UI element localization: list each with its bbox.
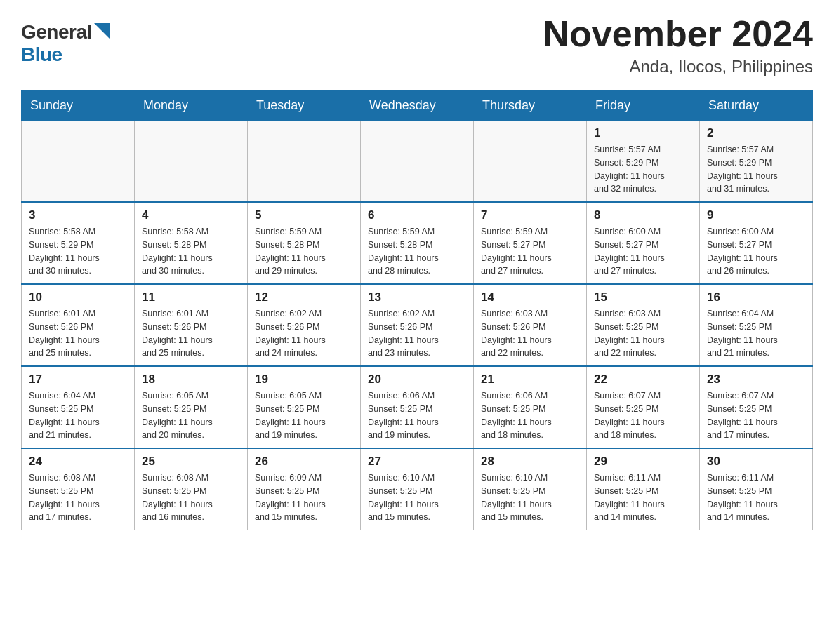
day-info: Sunrise: 6:10 AM Sunset: 5:25 PM Dayligh… — [481, 471, 579, 524]
day-number: 27 — [368, 455, 466, 469]
day-info: Sunrise: 5:59 AM Sunset: 5:28 PM Dayligh… — [255, 225, 353, 278]
calendar-cell: 21Sunrise: 6:06 AM Sunset: 5:25 PM Dayli… — [474, 366, 587, 448]
day-number: 16 — [707, 290, 805, 304]
day-info: Sunrise: 6:10 AM Sunset: 5:25 PM Dayligh… — [368, 471, 466, 524]
day-info: Sunrise: 5:58 AM Sunset: 5:28 PM Dayligh… — [142, 225, 240, 278]
calendar-cell: 23Sunrise: 6:07 AM Sunset: 5:25 PM Dayli… — [700, 366, 813, 448]
weekday-header-saturday: Saturday — [700, 91, 813, 121]
day-info: Sunrise: 6:11 AM Sunset: 5:25 PM Dayligh… — [594, 471, 692, 524]
day-number: 21 — [481, 373, 579, 387]
weekday-header-wednesday: Wednesday — [361, 91, 474, 121]
calendar-cell: 17Sunrise: 6:04 AM Sunset: 5:25 PM Dayli… — [22, 366, 135, 448]
svg-marker-0 — [94, 23, 110, 39]
calendar-cell — [474, 121, 587, 203]
day-number: 6 — [368, 208, 466, 222]
day-info: Sunrise: 5:57 AM Sunset: 5:29 PM Dayligh… — [707, 143, 805, 196]
day-number: 22 — [594, 373, 692, 387]
calendar-week-row: 24Sunrise: 6:08 AM Sunset: 5:25 PM Dayli… — [22, 448, 813, 530]
day-info: Sunrise: 6:06 AM Sunset: 5:25 PM Dayligh… — [481, 389, 579, 442]
calendar-cell — [135, 121, 248, 203]
calendar-cell: 4Sunrise: 5:58 AM Sunset: 5:28 PM Daylig… — [135, 202, 248, 284]
calendar-cell: 20Sunrise: 6:06 AM Sunset: 5:25 PM Dayli… — [361, 366, 474, 448]
calendar-cell: 7Sunrise: 5:59 AM Sunset: 5:27 PM Daylig… — [474, 202, 587, 284]
calendar-cell: 29Sunrise: 6:11 AM Sunset: 5:25 PM Dayli… — [587, 448, 700, 530]
day-info: Sunrise: 6:07 AM Sunset: 5:25 PM Dayligh… — [594, 389, 692, 442]
day-number: 7 — [481, 208, 579, 222]
calendar-title: November 2024 — [543, 14, 813, 54]
calendar-cell: 18Sunrise: 6:05 AM Sunset: 5:25 PM Dayli… — [135, 366, 248, 448]
calendar-cell: 19Sunrise: 6:05 AM Sunset: 5:25 PM Dayli… — [248, 366, 361, 448]
day-info: Sunrise: 5:57 AM Sunset: 5:29 PM Dayligh… — [594, 143, 692, 196]
day-number: 15 — [594, 290, 692, 304]
day-info: Sunrise: 6:01 AM Sunset: 5:26 PM Dayligh… — [29, 307, 127, 360]
day-info: Sunrise: 6:04 AM Sunset: 5:25 PM Dayligh… — [707, 307, 805, 360]
day-number: 14 — [481, 290, 579, 304]
calendar-cell: 12Sunrise: 6:02 AM Sunset: 5:26 PM Dayli… — [248, 284, 361, 366]
calendar-cell: 26Sunrise: 6:09 AM Sunset: 5:25 PM Dayli… — [248, 448, 361, 530]
day-number: 17 — [29, 373, 127, 387]
day-number: 5 — [255, 208, 353, 222]
day-info: Sunrise: 6:00 AM Sunset: 5:27 PM Dayligh… — [707, 225, 805, 278]
calendar-cell — [248, 121, 361, 203]
logo-arrow-icon — [94, 23, 110, 39]
day-number: 28 — [481, 455, 579, 469]
day-info: Sunrise: 6:08 AM Sunset: 5:25 PM Dayligh… — [29, 471, 127, 524]
calendar-cell: 13Sunrise: 6:02 AM Sunset: 5:26 PM Dayli… — [361, 284, 474, 366]
weekday-header-tuesday: Tuesday — [248, 91, 361, 121]
day-number: 13 — [368, 290, 466, 304]
weekday-header-monday: Monday — [135, 91, 248, 121]
calendar-week-row: 10Sunrise: 6:01 AM Sunset: 5:26 PM Dayli… — [22, 284, 813, 366]
weekday-header-friday: Friday — [587, 91, 700, 121]
calendar-cell: 22Sunrise: 6:07 AM Sunset: 5:25 PM Dayli… — [587, 366, 700, 448]
day-info: Sunrise: 5:59 AM Sunset: 5:28 PM Dayligh… — [368, 225, 466, 278]
calendar-subtitle: Anda, Ilocos, Philippines — [543, 57, 813, 76]
day-number: 10 — [29, 290, 127, 304]
logo-general-text: General — [21, 21, 92, 43]
day-number: 26 — [255, 455, 353, 469]
day-info: Sunrise: 6:03 AM Sunset: 5:25 PM Dayligh… — [594, 307, 692, 360]
calendar-week-row: 1Sunrise: 5:57 AM Sunset: 5:29 PM Daylig… — [22, 121, 813, 203]
calendar-cell: 15Sunrise: 6:03 AM Sunset: 5:25 PM Dayli… — [587, 284, 700, 366]
day-number: 8 — [594, 208, 692, 222]
logo-blue-text: Blue — [21, 43, 62, 66]
calendar-cell: 11Sunrise: 6:01 AM Sunset: 5:26 PM Dayli… — [135, 284, 248, 366]
day-number: 19 — [255, 373, 353, 387]
weekday-header-sunday: Sunday — [22, 91, 135, 121]
calendar-cell — [361, 121, 474, 203]
day-info: Sunrise: 6:00 AM Sunset: 5:27 PM Dayligh… — [594, 225, 692, 278]
day-number: 25 — [142, 455, 240, 469]
calendar-cell: 14Sunrise: 6:03 AM Sunset: 5:26 PM Dayli… — [474, 284, 587, 366]
calendar-cell: 2Sunrise: 5:57 AM Sunset: 5:29 PM Daylig… — [700, 121, 813, 203]
day-info: Sunrise: 6:01 AM Sunset: 5:26 PM Dayligh… — [142, 307, 240, 360]
day-info: Sunrise: 6:02 AM Sunset: 5:26 PM Dayligh… — [255, 307, 353, 360]
calendar-cell: 25Sunrise: 6:08 AM Sunset: 5:25 PM Dayli… — [135, 448, 248, 530]
calendar-cell: 9Sunrise: 6:00 AM Sunset: 5:27 PM Daylig… — [700, 202, 813, 284]
day-info: Sunrise: 6:06 AM Sunset: 5:25 PM Dayligh… — [368, 389, 466, 442]
day-info: Sunrise: 6:03 AM Sunset: 5:26 PM Dayligh… — [481, 307, 579, 360]
title-block: November 2024 Anda, Ilocos, Philippines — [543, 14, 813, 76]
day-number: 2 — [707, 126, 805, 140]
calendar-table: SundayMondayTuesdayWednesdayThursdayFrid… — [21, 90, 813, 530]
day-info: Sunrise: 5:59 AM Sunset: 5:27 PM Dayligh… — [481, 225, 579, 278]
calendar-week-row: 3Sunrise: 5:58 AM Sunset: 5:29 PM Daylig… — [22, 202, 813, 284]
day-number: 29 — [594, 455, 692, 469]
calendar-cell: 27Sunrise: 6:10 AM Sunset: 5:25 PM Dayli… — [361, 448, 474, 530]
calendar-cell: 30Sunrise: 6:11 AM Sunset: 5:25 PM Dayli… — [700, 448, 813, 530]
calendar-cell: 8Sunrise: 6:00 AM Sunset: 5:27 PM Daylig… — [587, 202, 700, 284]
calendar-cell: 6Sunrise: 5:59 AM Sunset: 5:28 PM Daylig… — [361, 202, 474, 284]
calendar-cell: 28Sunrise: 6:10 AM Sunset: 5:25 PM Dayli… — [474, 448, 587, 530]
day-info: Sunrise: 6:04 AM Sunset: 5:25 PM Dayligh… — [29, 389, 127, 442]
logo: General Blue — [21, 14, 110, 66]
day-number: 1 — [594, 126, 692, 140]
day-number: 12 — [255, 290, 353, 304]
day-number: 23 — [707, 373, 805, 387]
calendar-cell: 10Sunrise: 6:01 AM Sunset: 5:26 PM Dayli… — [22, 284, 135, 366]
day-info: Sunrise: 6:08 AM Sunset: 5:25 PM Dayligh… — [142, 471, 240, 524]
day-info: Sunrise: 6:11 AM Sunset: 5:25 PM Dayligh… — [707, 471, 805, 524]
day-number: 20 — [368, 373, 466, 387]
day-number: 18 — [142, 373, 240, 387]
calendar-cell: 1Sunrise: 5:57 AM Sunset: 5:29 PM Daylig… — [587, 121, 700, 203]
calendar-cell: 24Sunrise: 6:08 AM Sunset: 5:25 PM Dayli… — [22, 448, 135, 530]
weekday-header-thursday: Thursday — [474, 91, 587, 121]
weekday-header-row: SundayMondayTuesdayWednesdayThursdayFrid… — [22, 91, 813, 121]
